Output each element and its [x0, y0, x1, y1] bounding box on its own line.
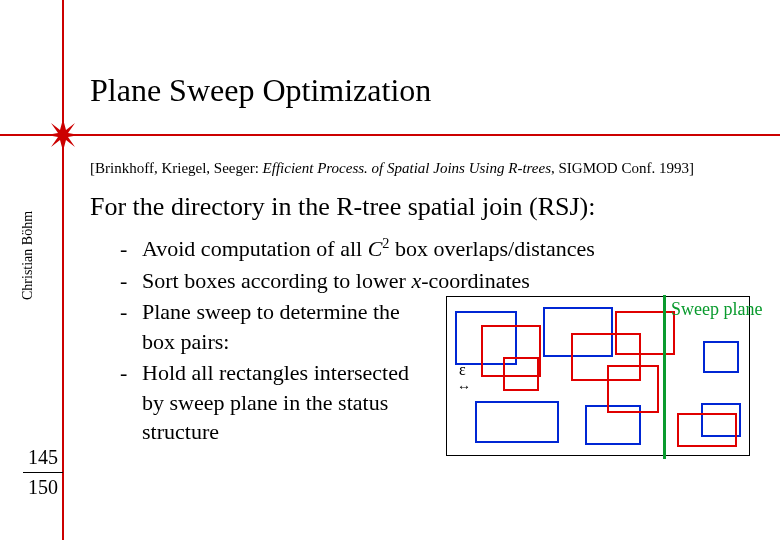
b1-sup: 2	[382, 235, 389, 251]
star-icon	[47, 119, 79, 151]
subheading: For the directory in the R-tree spatial …	[90, 192, 595, 222]
rect-blue	[703, 341, 739, 373]
rect-red	[503, 357, 539, 391]
rect-red	[607, 365, 659, 413]
plane-sweep-diagram: Sweep plane ε ↔	[446, 296, 750, 456]
epsilon-arrow-icon: ↔	[457, 379, 469, 395]
sweep-line	[663, 295, 666, 459]
b2-pre: Sort boxes according to lower	[142, 268, 411, 293]
bullet-1: Avoid computation of all C2 box overlaps…	[120, 234, 760, 264]
horizontal-rule	[0, 134, 780, 136]
bullet-3: Plane sweep to determine the box pairs:	[120, 297, 430, 356]
rect-blue	[475, 401, 559, 443]
citation-prefix: [Brinkhoff, Kriegel, Seeger:	[90, 160, 263, 176]
b1-var: C	[368, 236, 383, 261]
bullet-4: Hold all rectangles inter­sected by swee…	[120, 358, 430, 446]
citation: [Brinkhoff, Kriegel, Seeger: Efficient P…	[90, 160, 694, 177]
epsilon-marker: ε ↔	[457, 379, 469, 395]
b2-post: -coordinates	[421, 268, 530, 293]
slide: Plane Sweep Optimization [Brinkhoff, Kri…	[0, 0, 780, 540]
sweep-plane-label: Sweep plane	[671, 299, 762, 320]
bullet-2: Sort boxes according to lower x-coordina…	[120, 266, 760, 295]
vertical-rule	[62, 0, 64, 540]
b1-post: box overlaps/distances	[390, 236, 595, 261]
epsilon-symbol: ε	[459, 361, 466, 379]
author-label: Christian Böhm	[20, 211, 36, 300]
page-divider	[23, 472, 63, 473]
rect-red	[677, 413, 737, 447]
svg-marker-0	[47, 119, 79, 151]
citation-italic: Efficient Process. of Spatial Joins Usin…	[263, 160, 551, 176]
page-total: 150	[26, 476, 60, 499]
b1-pre: Avoid computation of all	[142, 236, 368, 261]
page-current: 145	[26, 446, 60, 469]
b2-var: x	[411, 268, 421, 293]
slide-title: Plane Sweep Optimization	[90, 72, 431, 109]
citation-suffix: , SIGMOD Conf. 1993]	[551, 160, 694, 176]
rect-red	[615, 311, 675, 355]
